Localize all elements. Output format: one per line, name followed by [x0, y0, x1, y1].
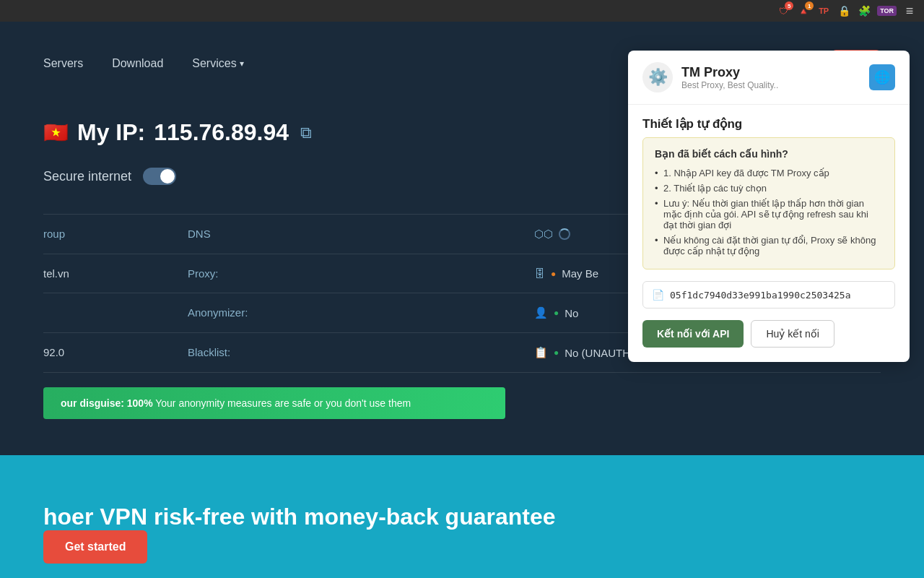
org-cell: tel.vn — [43, 254, 188, 293]
disguise-bold: our disguise: 100% — [61, 397, 153, 409]
api-key-value: 05f1dc7940d33e991ba1990c2503425a — [670, 290, 886, 301]
info-item-1: 1. Nhập API key đã được TM Proxy cấp — [655, 165, 883, 181]
popup-actions: Kết nối với API Huỷ kết nối — [628, 320, 910, 362]
nav-download[interactable]: Download — [112, 57, 163, 70]
anon-status: No — [565, 307, 578, 319]
anon-dot: ● — [554, 308, 559, 318]
blacklist-label: Blacklist: — [188, 333, 534, 373]
tm-proxy-popup: ⚙️ TM Proxy Best Proxy, Best Quality.. 🌐… — [628, 51, 910, 362]
bottom-cta-button[interactable]: Get started — [43, 530, 147, 564]
info-item-3: Lưu ý: Nếu thời gian thiết lập thấp hơn … — [655, 196, 883, 233]
proxy-icon: 🗄 — [534, 267, 545, 280]
group-cell: roup — [43, 215, 188, 254]
nav-services[interactable]: Services ▾ — [192, 57, 243, 70]
info-box: Bạn đã biết cách cấu hình? 1. Nhập API k… — [642, 137, 895, 269]
proxy-dot: ● — [551, 269, 556, 279]
empty-cell-3 — [43, 293, 188, 333]
anonymizer-icon: 👤 — [534, 306, 548, 319]
dns-spinner — [559, 228, 570, 240]
bottom-section: hoer VPN risk-free with money-back guara… — [0, 455, 924, 578]
version-cell: 92.0 — [43, 333, 188, 373]
ip-label: My IP: — [77, 119, 145, 146]
blacklist-icon: 📋 — [534, 346, 548, 359]
disconnect-button[interactable]: Huỷ kết nối — [751, 320, 834, 348]
anonymizer-label: Anonymizer: — [188, 293, 534, 333]
gear-icon: ⚙️ — [642, 62, 673, 92]
api-key-row: 📄 05f1dc7940d33e991ba1990c2503425a — [642, 281, 895, 309]
https-lock-icon[interactable]: 🔒 — [837, 4, 851, 18]
ip-value: 115.76.89.94 — [154, 119, 289, 146]
alert-badge: 1 — [805, 1, 814, 10]
bottom-title: hoer VPN risk-free with money-back guara… — [43, 504, 556, 530]
chevron-down-icon: ▾ — [240, 59, 244, 69]
proxy-status: May Be — [562, 267, 598, 280]
api-key-icon: 📄 — [652, 289, 664, 301]
brave-shield-icon[interactable]: 🛡 5 — [776, 4, 790, 18]
tor-icon[interactable]: TOR — [877, 6, 897, 16]
extension-puzzle-icon[interactable]: 🧩 — [857, 4, 871, 18]
secure-toggle[interactable] — [143, 168, 176, 185]
popup-title: TM Proxy — [681, 65, 778, 80]
proxy-label: Proxy: — [188, 254, 534, 293]
popup-title-group: TM Proxy Best Proxy, Best Quality.. — [681, 65, 778, 90]
popup-header-left: ⚙️ TM Proxy Best Proxy, Best Quality.. — [642, 62, 778, 92]
disguise-banner: our disguise: 100% Your anonymity measur… — [43, 387, 505, 419]
toggle-knob — [160, 169, 175, 184]
info-item-4: Nếu không cài đặt thời gian tự đổi, Prox… — [655, 233, 883, 259]
popup-subtitle: Best Proxy, Best Quality.. — [681, 80, 778, 90]
shield-badge: 5 — [785, 1, 793, 10]
website-container: Servers Download Services ▾ Buy 🇻🇳 My IP… — [0, 22, 924, 578]
popup-section-title: Thiết lập tự động — [628, 105, 910, 137]
popup-header: ⚙️ TM Proxy Best Proxy, Best Quality.. 🌐 — [628, 51, 910, 105]
menu-icon[interactable]: ≡ — [902, 4, 917, 18]
country-flag: 🇻🇳 — [43, 121, 69, 144]
dns-label: DNS — [188, 215, 534, 254]
blacklist-dot: ● — [554, 348, 559, 358]
secure-label: Secure internet — [43, 169, 131, 184]
disguise-text: Your anonymity measures are safe or you … — [155, 397, 411, 409]
info-list: 1. Nhập API key đã được TM Proxy cấp 2. … — [655, 165, 883, 259]
tp-extension-icon[interactable]: TP — [816, 4, 831, 18]
info-item-2: 2. Thiết lập các tuỳ chọn — [655, 181, 883, 196]
info-box-title: Bạn đã biết cách cấu hình? — [655, 148, 883, 160]
browser-chrome: 🛡 5 🔺 1 TP 🔒 🧩 TOR ≡ — [0, 0, 924, 22]
network-icon: ⬡⬡ — [534, 228, 553, 241]
nav-servers[interactable]: Servers — [43, 57, 83, 70]
copy-icon[interactable]: ⧉ — [300, 124, 312, 142]
connect-api-button[interactable]: Kết nối với API — [642, 320, 744, 348]
translate-icon[interactable]: 🌐 — [869, 64, 895, 90]
alert-icon[interactable]: 🔺 1 — [796, 4, 811, 18]
